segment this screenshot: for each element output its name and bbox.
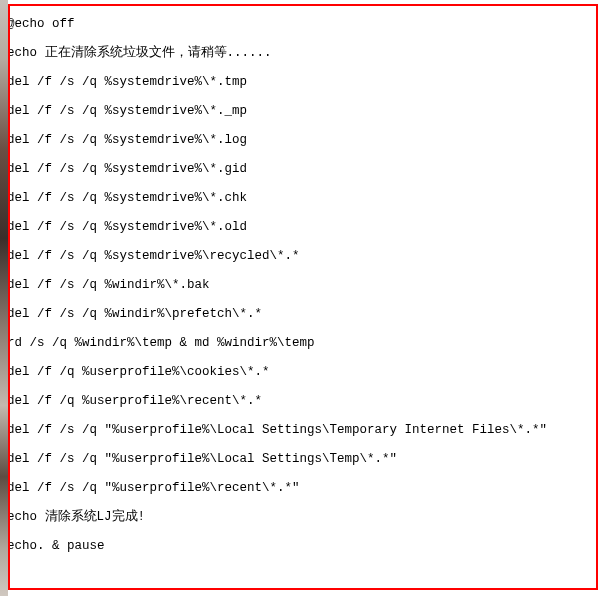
batch-script-code: @echo off echo 正在清除系统垃圾文件，请稍等...... del … — [8, 10, 597, 561]
left-edge-strip — [0, 0, 8, 596]
code-box: @echo off echo 正在清除系统垃圾文件，请稍等...... del … — [8, 4, 598, 590]
page: @echo off echo 正在清除系统垃圾文件，请稍等...... del … — [0, 0, 606, 596]
code-inner: @echo off echo 正在清除系统垃圾文件，请稍等...... del … — [8, 6, 597, 561]
